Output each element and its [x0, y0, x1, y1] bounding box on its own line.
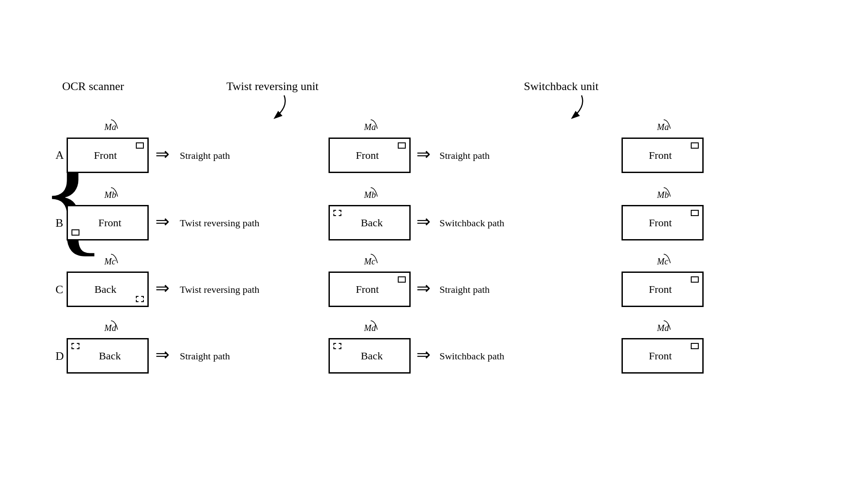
mail-box-d-sb: Front: [622, 338, 704, 374]
diagram-arrows: [27, 35, 848, 470]
curve-c-sb: [650, 252, 677, 270]
path-label-c-2: Straight path: [439, 284, 490, 295]
curve-c-ocr: [98, 252, 124, 270]
mail-box-a-sb-text: Front: [649, 150, 672, 161]
mail-box-c-twist-text: Front: [356, 284, 379, 295]
arrow-d-1: ⇒: [155, 346, 170, 363]
mail-box-d-ocr-icon: [71, 343, 79, 349]
mail-box-a-twist-text: Front: [356, 150, 379, 161]
curve-b-twist: [357, 185, 384, 203]
arrow-d-2: ⇒: [416, 346, 431, 363]
ocr-scanner-title: OCR scanner: [62, 80, 124, 93]
twist-reversing-title: Twist reversing unit: [226, 80, 319, 93]
curve-b-sb: [650, 185, 677, 203]
arrow-a-2: ⇒: [416, 146, 431, 162]
path-label-b-1: Twist reversing path: [180, 217, 259, 229]
mail-box-d-twist: Back: [329, 338, 411, 374]
mail-box-b-sb-text: Front: [649, 217, 672, 229]
arrow-c-2: ⇒: [416, 280, 431, 296]
mail-box-d-twist-icon: [333, 343, 341, 349]
path-label-d-1: Straight path: [180, 350, 230, 362]
mail-box-c-sb-icon: [691, 276, 699, 283]
curve-d-sb: [650, 319, 677, 336]
mail-box-d-sb-text: Front: [649, 350, 672, 362]
path-label-a-2: Straight path: [439, 150, 490, 161]
mail-box-c-twist-icon: [398, 276, 406, 283]
diagram-container: OCR scanner Twist reversing unit Switchb…: [27, 35, 848, 470]
switchback-title: Switchback unit: [524, 80, 598, 93]
mail-box-b-ocr: Front: [67, 205, 149, 240]
mail-box-b-sb-icon: [691, 210, 699, 216]
path-label-c-1: Twist reversing path: [180, 284, 259, 295]
path-label-d-2: Switchback path: [439, 350, 504, 362]
mail-box-b-sb: Front: [622, 205, 704, 240]
mail-box-a-ocr-icon: [136, 142, 144, 149]
arrow-b-1: ⇒: [155, 213, 170, 230]
mail-box-c-twist: Front: [329, 272, 411, 307]
mail-box-a-ocr: Front: [67, 138, 149, 173]
row-label-b: B: [55, 217, 63, 230]
mail-box-b-ocr-text: Front: [98, 217, 121, 229]
mail-box-b-twist-icon: [333, 210, 341, 216]
curve-a-twist: [357, 118, 384, 135]
curve-c-twist: [357, 252, 384, 270]
row-label-c: C: [55, 283, 63, 296]
mail-box-b-twist: Back: [329, 205, 411, 240]
mail-box-c-sb-text: Front: [649, 284, 672, 295]
curve-b-ocr: [98, 185, 124, 203]
arrow-c-1: ⇒: [155, 280, 170, 296]
mail-box-d-sb-icon: [691, 343, 699, 349]
arrow-b-2: ⇒: [416, 213, 431, 230]
curve-d-ocr: [98, 319, 124, 336]
mail-box-d-ocr: Back: [67, 338, 149, 374]
mail-box-c-ocr-text: Back: [95, 284, 116, 295]
row-label-a: A: [55, 149, 64, 162]
mail-box-a-twist: Front: [329, 138, 411, 173]
mail-box-a-ocr-text: Front: [94, 150, 117, 161]
curve-d-twist: [357, 319, 384, 336]
mail-box-b-ocr-icon: [71, 229, 79, 236]
mail-box-c-ocr-icon: [136, 296, 144, 302]
row-label-d: D: [55, 350, 64, 363]
mail-box-d-twist-text: Back: [361, 350, 383, 362]
path-label-b-2: Switchback path: [439, 217, 504, 229]
mail-box-a-sb: Front: [622, 138, 704, 173]
mail-box-b-twist-text: Back: [361, 217, 383, 229]
mail-box-d-ocr-text: Back: [99, 350, 121, 362]
mail-box-a-sb-icon: [691, 142, 699, 149]
curve-a-sb: [650, 118, 677, 135]
mail-box-c-sb: Front: [622, 272, 704, 307]
mail-box-a-twist-icon: [398, 142, 406, 149]
path-label-a-1: Straight path: [180, 150, 230, 161]
mail-box-c-ocr: Back: [67, 272, 149, 307]
curve-a-ocr: [98, 118, 124, 135]
arrow-a-1: ⇒: [155, 146, 170, 162]
